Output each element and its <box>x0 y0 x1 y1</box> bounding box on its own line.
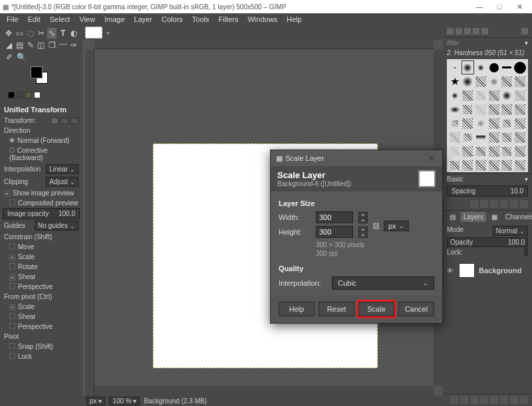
dock-tab-brushes-icon[interactable] <box>447 28 454 35</box>
layer-merge-icon[interactable] <box>500 396 508 404</box>
brush-refresh-icon[interactable] <box>510 200 518 208</box>
layer-up-icon[interactable] <box>470 396 478 404</box>
cancel-button[interactable]: Cancel <box>398 302 434 316</box>
window-maximize-button[interactable]: □ <box>489 3 509 11</box>
constrain-move-checkbox[interactable] <box>9 243 15 249</box>
path-tool-icon[interactable]: ✑ <box>69 40 78 51</box>
image-tab-thumbnail[interactable] <box>85 27 102 39</box>
swatch-grey[interactable] <box>17 92 23 98</box>
layer-delete-icon[interactable] <box>520 396 528 404</box>
direction-normal-radio[interactable] <box>9 138 15 143</box>
status-zoom-dropdown[interactable]: 100 % ▾ <box>109 397 140 405</box>
constrain-scale-checkbox[interactable]: × <box>9 254 15 260</box>
rect-select-tool-icon[interactable]: ▭ <box>15 28 24 39</box>
eraser-tool-icon[interactable]: ◫ <box>37 40 46 51</box>
layer-mask-icon[interactable] <box>510 396 518 404</box>
direction-corrective-radio[interactable] <box>9 148 15 153</box>
brush-open-as-image-icon[interactable] <box>520 200 528 208</box>
menu-windows[interactable]: Windows <box>243 14 281 25</box>
constrain-shear-checkbox[interactable]: × <box>9 274 15 280</box>
warp-tool-icon[interactable]: ◐ <box>69 28 78 39</box>
brush-new-icon[interactable] <box>480 200 488 208</box>
brush-spacing-slider[interactable]: Spacing 10.0 <box>447 185 528 197</box>
status-unit-dropdown[interactable]: px ▾ <box>86 397 105 405</box>
layer-group-icon[interactable] <box>460 396 468 404</box>
constrain-rotate-checkbox[interactable] <box>9 263 15 269</box>
tab-layers[interactable]: Layers <box>461 212 486 222</box>
menu-filters[interactable]: Filters <box>215 14 243 25</box>
brush-tag-basic[interactable]: Basic <box>447 175 463 183</box>
layer-name[interactable]: Background <box>479 266 521 274</box>
text-tool-icon[interactable]: T <box>58 28 67 39</box>
menu-colors[interactable]: Colors <box>158 14 187 25</box>
transform-target-selection-icon[interactable] <box>61 118 68 124</box>
menu-view[interactable]: View <box>75 14 99 25</box>
canvas-horizontal-scrollbar[interactable] <box>94 386 434 395</box>
constrain-perspective-checkbox[interactable] <box>9 283 15 289</box>
crop-tool-icon[interactable]: ✂ <box>37 28 46 39</box>
layer-duplicate-icon[interactable] <box>490 396 498 404</box>
dock-tab-patterns-icon[interactable] <box>456 28 462 35</box>
height-input[interactable] <box>316 226 353 238</box>
width-input[interactable] <box>316 211 353 223</box>
zoom-tool-icon[interactable]: 🔍 <box>16 52 27 62</box>
snap-checkbox[interactable] <box>9 343 15 349</box>
dialog-close-button[interactable]: ✕ <box>426 153 437 163</box>
bucket-fill-tool-icon[interactable]: ◢ <box>4 40 13 51</box>
color-picker-tool-icon[interactable]: ✐ <box>4 52 15 62</box>
layer-visibility-icon[interactable]: 👁 <box>447 267 455 274</box>
menu-image[interactable]: Image <box>100 14 129 25</box>
transform-target-layer-icon[interactable] <box>51 118 59 124</box>
menu-tools[interactable]: Tools <box>188 14 213 25</box>
tab-channels[interactable]: Channels <box>503 212 532 222</box>
transform-target-path-icon[interactable] <box>70 118 78 124</box>
pivot-perspective-checkbox[interactable] <box>9 323 15 329</box>
layer-new-icon[interactable] <box>450 396 458 404</box>
brush-edit-icon[interactable] <box>470 200 478 208</box>
guides-dropdown[interactable]: No guides⌄ <box>35 221 78 231</box>
lock-alpha-icon[interactable] <box>527 248 528 256</box>
image-opacity-value[interactable]: 100.0 <box>59 210 75 217</box>
clipping-dropdown[interactable]: Adjust⌄ <box>46 177 78 187</box>
dock-tab-more-icon[interactable] <box>481 28 488 35</box>
fg-bg-color-widget[interactable] <box>31 66 57 88</box>
lock-checkbox[interactable] <box>9 353 15 359</box>
move-tool-icon[interactable]: ✥ <box>4 28 13 39</box>
image-tab-menu-icon[interactable]: ▾ <box>106 29 110 37</box>
interp-dropdown[interactable]: Cubic⌄ <box>332 276 434 290</box>
width-spin-up[interactable]: ▴ <box>358 212 368 217</box>
height-spin-up[interactable]: ▴ <box>358 227 368 232</box>
scale-button[interactable]: Scale <box>358 302 394 316</box>
menu-select[interactable]: Select <box>46 14 74 25</box>
pivot-shear-checkbox[interactable] <box>9 313 15 319</box>
brush-grid[interactable]: ★ <box>447 59 528 172</box>
unified-transform-tool-icon[interactable]: ⤡ <box>47 28 57 39</box>
layer-item[interactable]: 👁 Background <box>447 261 528 280</box>
horizontal-ruler[interactable] <box>94 40 434 49</box>
height-spin-down[interactable]: ▾ <box>358 233 368 238</box>
menu-file[interactable]: File <box>3 14 23 25</box>
tab-channels-icon[interactable]: ▦ <box>489 212 500 222</box>
smudge-tool-icon[interactable]: 〰 <box>58 40 67 51</box>
mode-dropdown[interactable]: Normal ⌄ <box>493 226 528 236</box>
menu-edit[interactable]: Edit <box>24 14 45 25</box>
brush-tag-menu-icon[interactable]: ▾ <box>525 175 528 183</box>
menu-layer[interactable]: Layer <box>130 14 157 25</box>
show-preview-checkbox[interactable]: × <box>4 191 10 197</box>
window-close-button[interactable]: ✕ <box>509 3 529 11</box>
swatch-white[interactable] <box>34 92 41 98</box>
composited-checkbox[interactable] <box>9 199 15 205</box>
help-button[interactable]: Help <box>279 302 315 316</box>
brush-duplicate-icon[interactable] <box>490 200 498 208</box>
reset-button[interactable]: Reset <box>319 302 354 316</box>
brush-delete-icon[interactable] <box>500 200 508 208</box>
layer-thumbnail[interactable] <box>459 263 475 278</box>
interpolation-dropdown[interactable]: Linear⌄ <box>46 164 78 174</box>
unit-dropdown[interactable]: px⌄ <box>384 221 409 231</box>
brush-filter-tags-icon[interactable]: ▾ <box>525 39 528 47</box>
swatch-black[interactable] <box>8 92 15 98</box>
layer-down-icon[interactable] <box>480 396 488 404</box>
width-spin-down[interactable]: ▾ <box>358 218 368 223</box>
chain-link-icon[interactable]: ⛓ <box>372 215 380 237</box>
swatch-olive[interactable] <box>25 92 32 98</box>
